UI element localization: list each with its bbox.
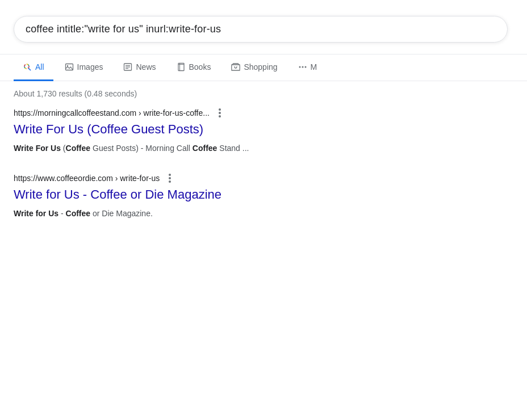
nav-tabs: All Images News: [0, 54, 527, 81]
tab-news-label: News: [136, 62, 156, 72]
result-url: https://morningcallcoffeestand.com › wri…: [14, 108, 210, 117]
svg-line-5: [29, 69, 31, 70]
tab-shopping-label: Shopping: [244, 62, 277, 72]
dot: [219, 115, 221, 117]
dot: [219, 112, 221, 114]
result-snippet: Write For Us (Coffee Guest Posts) - Morn…: [14, 142, 423, 154]
tab-news[interactable]: News: [114, 54, 165, 81]
tab-images[interactable]: Images: [56, 54, 112, 81]
books-icon: [177, 62, 186, 72]
more-dots-icon: [298, 62, 307, 72]
dot: [169, 180, 171, 183]
shopping-icon: [231, 62, 240, 72]
snippet-bold: Write For Us: [14, 144, 61, 153]
tab-books-label: Books: [189, 62, 211, 72]
snippet-bold: Write for Us: [14, 209, 58, 218]
dot: [169, 177, 171, 179]
tab-all[interactable]: All: [14, 54, 53, 81]
result-item: https://www.coffeeordie.com › write-for-…: [14, 173, 423, 220]
svg-rect-6: [65, 64, 73, 70]
result-more-button[interactable]: [164, 173, 175, 184]
dot: [169, 174, 171, 176]
tab-books[interactable]: Books: [168, 54, 220, 81]
images-icon: [65, 62, 74, 72]
snippet-bold: Coffee: [66, 144, 91, 153]
search-query: coffee intitle:"write for us" inurl:writ…: [26, 23, 221, 35]
search-bar-container: coffee intitle:"write for us" inurl:writ…: [0, 0, 527, 54]
snippet-bold: Coffee: [193, 144, 218, 153]
search-icon: [23, 62, 32, 72]
result-url-row: https://www.coffeeordie.com › write-for-…: [14, 173, 423, 184]
tab-more[interactable]: M: [289, 54, 327, 81]
dot: [219, 108, 221, 111]
tab-images-label: Images: [77, 62, 103, 72]
tab-more-label: M: [311, 62, 317, 72]
svg-point-15: [299, 66, 300, 68]
result-url-row: https://morningcallcoffeestand.com › wri…: [14, 107, 423, 119]
svg-point-16: [302, 66, 303, 68]
result-more-button[interactable]: [214, 107, 225, 119]
results-container: https://morningcallcoffeestand.com › wri…: [0, 103, 527, 242]
tab-shopping[interactable]: Shopping: [222, 54, 286, 81]
search-bar[interactable]: coffee intitle:"write for us" inurl:writ…: [14, 16, 508, 43]
snippet-bold: Coffee: [66, 209, 91, 218]
tab-all-label: All: [35, 62, 44, 72]
news-icon: [123, 62, 132, 72]
result-item: https://morningcallcoffeestand.com › wri…: [14, 107, 423, 154]
result-url: https://www.coffeeordie.com › write-for-…: [14, 174, 160, 183]
result-title[interactable]: Write For Us (Coffee Guest Posts): [14, 121, 423, 138]
result-snippet: Write for Us - Coffee or Die Magazine.: [14, 207, 423, 220]
result-title[interactable]: Write for Us - Coffee or Die Magazine: [14, 186, 423, 204]
svg-point-17: [304, 66, 306, 68]
results-info: About 1,730 results (0.48 seconds): [0, 81, 527, 103]
